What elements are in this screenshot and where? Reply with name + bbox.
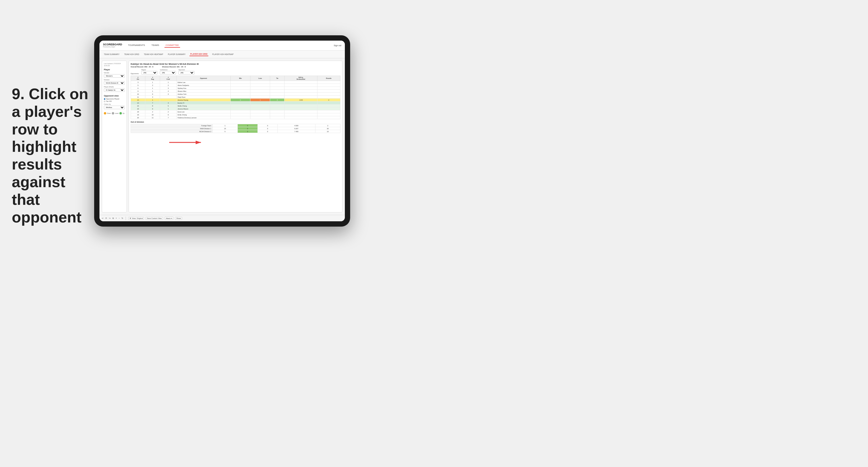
nav-teams[interactable]: TEAMS: [150, 43, 160, 48]
th-opponent: Opponent: [177, 76, 230, 81]
up-dot: [120, 112, 122, 115]
division-select[interactable]: NCAA Division III: [104, 81, 125, 85]
share-button[interactable]: Share: [175, 217, 182, 220]
radio-opponents-played[interactable]: Opponents Played: [104, 98, 125, 100]
view-original-button[interactable]: 👁 View: Original: [128, 217, 144, 220]
table-row[interactable]: 311Esther Lee: [131, 81, 340, 84]
opponents-label: Opponents:: [131, 73, 139, 74]
player-rank-label: Player (Rank): [104, 86, 125, 88]
tab-player-h2h-grid[interactable]: PLAYER H2H GRID: [189, 52, 209, 56]
out-of-division: Out of division Foreign Team 1 0 0 4.500…: [131, 121, 340, 133]
gender-select[interactable]: Women's: [104, 74, 125, 78]
out-row-foreign[interactable]: Foreign Team 1 0 0 4.500 2: [131, 124, 340, 127]
table-row[interactable]: 613Sydney Kuo: [131, 87, 340, 90]
table-row[interactable]: 20117Federica Domecq Lacroze: [131, 116, 340, 119]
region-select[interactable]: (All): [141, 71, 157, 74]
th-win: Win: [230, 76, 250, 81]
main-content: Last Updated: 27/03/2024 16:55:38 Player…: [99, 58, 345, 215]
table-row[interactable]: 1691Jessica Mason: [131, 107, 340, 111]
undo-icon[interactable]: ↩: [102, 217, 103, 220]
record-row: Overall Record: 353 - 34 - 6 Division Re…: [131, 66, 340, 68]
table-row[interactable]: 19106Emily Chang: [131, 113, 340, 116]
level-dot: [112, 112, 114, 115]
sign-out-button[interactable]: Sign out: [334, 44, 341, 46]
watch-button[interactable]: Watch ▾: [165, 217, 173, 220]
filters-row: Opponents: Region (All) Conference (All): [131, 69, 340, 74]
timestamp: Last Updated: 27/03/2024 16:55:38: [104, 63, 125, 67]
sub-nav: TEAM SUMMARY TEAM H2H GRID TEAM H2H HEAT…: [99, 51, 345, 58]
radio-dot-opponents: [104, 98, 105, 100]
gender-label: Gender: [104, 72, 125, 73]
table-row[interactable]: 113Haeji Hyun: [131, 96, 340, 99]
table-row[interactable]: 1822Euna Lee: [131, 111, 340, 113]
nav-committee[interactable]: COMMITTEE: [164, 43, 180, 48]
radio-dot-top100: [104, 101, 105, 102]
save-custom-view-button[interactable]: Save Custom View: [146, 217, 163, 220]
tab-team-h2h-heatmap[interactable]: TEAM H2H HEATMAP: [143, 53, 164, 56]
opponent-filter: Opponent (All): [178, 69, 194, 74]
th-diff: Diff AvStrokes/Rnd: [284, 76, 317, 81]
tab-player-h2h-heatmap[interactable]: PLAYER H2H HEATMAP: [211, 53, 235, 56]
left-panel: Last Updated: 27/03/2024 16:55:38 Player…: [102, 61, 127, 213]
conference-select[interactable]: (All): [160, 71, 176, 74]
table-row[interactable]: 914Sharon Mun: [131, 90, 340, 93]
out-row-ncaa2[interactable]: NCAA Division 2 5 0 0 7.400 10: [131, 130, 340, 133]
radio-top100[interactable]: Top 100: [104, 100, 125, 102]
nav-items: TOURNAMENTS TEAMS COMMITTEE: [127, 43, 334, 48]
player-section-title: Player: [104, 68, 125, 71]
region-filter: Region (All): [141, 69, 157, 74]
top-nav: SCOREBOARD Powered by clippd TOURNAMENTS…: [99, 41, 345, 51]
th-loss: Loss: [250, 76, 270, 81]
arrow-annotation: [169, 139, 205, 145]
tab-team-h2h-grid[interactable]: TEAM H2H GRID: [123, 53, 140, 56]
data-table-container: #Div #Reg #Conf Opponent Win Loss Tie Di…: [131, 75, 340, 210]
colour-by-select[interactable]: Win/loss: [104, 106, 125, 109]
radio-group: Opponents Played Top 100: [104, 98, 125, 102]
conference-filter: Conference (All): [160, 69, 176, 74]
th-div: #Div: [131, 76, 145, 81]
tablet-screen: SCOREBOARD Powered by clippd TOURNAMENTS…: [99, 41, 345, 221]
overall-record: Overall Record: 353 - 34 - 6: [131, 66, 153, 68]
table-row[interactable]: 1585Stella Cheng: [131, 104, 340, 107]
tab-player-summary[interactable]: PLAYER SUMMARY: [167, 53, 187, 56]
right-panel: Katelyn Vo Head-to-Head Grid for Women's…: [129, 61, 342, 213]
refresh-icon[interactable]: ↻: [122, 217, 123, 220]
redo-icon[interactable]: ⟳: [105, 217, 107, 220]
table-row[interactable]: 1474Eunice Yi: [131, 101, 340, 104]
nav-tournaments[interactable]: TOURNAMENTS: [127, 43, 146, 48]
instruction-text: 9. Click on a player's row to highlight …: [12, 85, 90, 226]
forward-icon[interactable]: ↪: [109, 217, 111, 220]
division-label: Division: [104, 79, 125, 81]
opponent-view-title: Opponent view: [104, 95, 125, 97]
copy-icon[interactable]: ⧉: [113, 217, 114, 220]
division-record: Division Record: 331 - 34 - 6: [162, 66, 186, 68]
table-row[interactable]: 1063Andrea York: [131, 93, 340, 96]
app-logo: SCOREBOARD Powered by clippd: [103, 43, 122, 48]
table-row[interactable]: 522Alexis Sudjianto: [131, 84, 340, 87]
plus-icon[interactable]: +: [116, 217, 117, 219]
bottom-toolbar: ↩ ⟳ ↪ ⧉ + − ↻ 👁 View: Original Save Cust…: [99, 215, 345, 221]
th-rounds: Rounds: [317, 76, 340, 81]
out-div-title: Out of division: [131, 121, 340, 123]
tablet-frame: SCOREBOARD Powered by clippd TOURNAMENTS…: [94, 35, 350, 226]
down-dot: [104, 112, 106, 115]
grid-title: Katelyn Vo Head-to-Head Grid for Women's…: [131, 63, 340, 65]
th-conf: #Conf: [160, 76, 177, 81]
th-tie: Tie: [270, 76, 284, 81]
th-reg: #Reg: [145, 76, 160, 81]
tab-team-summary[interactable]: TEAM SUMMARY: [103, 53, 120, 56]
separator1: [126, 217, 126, 220]
out-of-division-table: Foreign Team 1 0 0 4.500 2 NAIA Division…: [131, 124, 340, 133]
opponent-select[interactable]: (All): [178, 71, 194, 74]
player-rank-select[interactable]: 8. Katelyn Vo: [104, 88, 125, 92]
color-legend: Down Level Up: [104, 112, 125, 115]
h2h-table: #Div #Reg #Conf Opponent Win Loss Tie Di…: [131, 75, 340, 119]
minus-icon[interactable]: −: [119, 217, 120, 219]
out-row-naia[interactable]: NAIA Division 1 15 0 0 9.267 30: [131, 127, 340, 130]
table-row[interactable]: 131Jessica Huang010-3.002: [131, 99, 340, 101]
colour-by-label: Colour by: [104, 103, 125, 105]
eye-icon: 👁: [129, 217, 131, 219]
